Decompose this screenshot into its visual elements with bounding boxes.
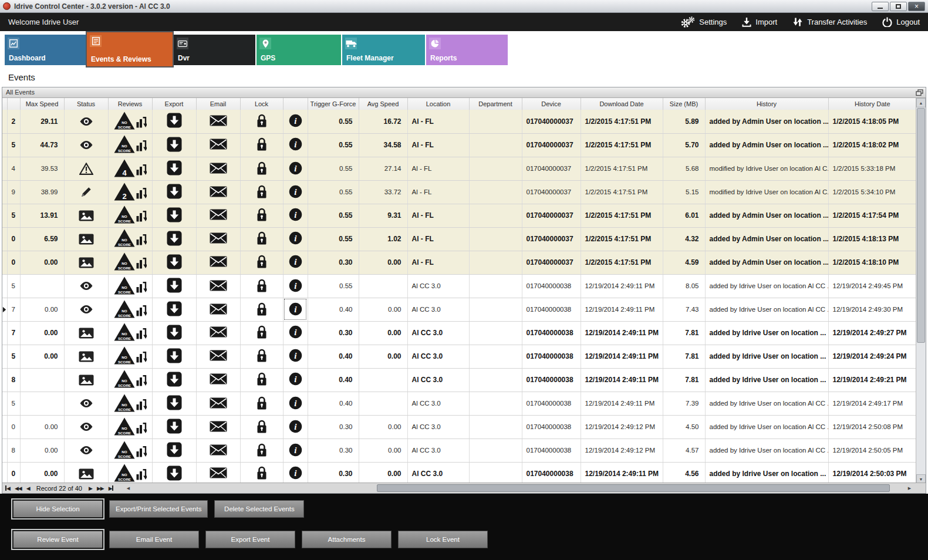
email-icon[interactable] [210, 373, 227, 384]
export-cell[interactable] [152, 274, 196, 298]
review-stats-icon[interactable] [136, 399, 147, 412]
email-cell[interactable] [196, 180, 240, 204]
lock-icon[interactable] [256, 443, 268, 457]
column-header-export[interactable]: Export [152, 98, 196, 110]
email-cell[interactable] [196, 415, 240, 438]
export-print-selected-events-button[interactable]: Export/Print Selected Events [109, 500, 208, 518]
reviews-cell[interactable]: NOSCORE [108, 415, 152, 438]
export-icon[interactable] [167, 113, 182, 128]
reviews-cell[interactable]: NOSCORE [108, 438, 152, 462]
email-icon[interactable] [210, 350, 227, 361]
lock-icon[interactable] [256, 302, 268, 316]
review-score-icon[interactable]: NOSCORE [114, 112, 135, 130]
info-cell[interactable]: i [283, 157, 308, 180]
email-cell[interactable] [196, 110, 240, 133]
reviews-cell[interactable]: NOSCORE [108, 321, 152, 345]
review-score-icon[interactable]: NOSCORE [114, 441, 135, 459]
column-header-device[interactable]: Device [522, 98, 581, 110]
lock-icon[interactable] [256, 325, 268, 339]
settings-button[interactable]: Settings [680, 16, 727, 28]
lock-icon[interactable] [256, 254, 268, 269]
column-header[interactable] [7, 98, 20, 110]
tab-events-reviews[interactable]: Events & Reviews [87, 32, 173, 66]
delete-selected-events-button[interactable]: Delete Selected Events [214, 500, 304, 518]
lock-cell[interactable] [240, 392, 283, 415]
reviews-cell[interactable]: NOSCORE [108, 227, 152, 251]
column-header-lock[interactable]: Lock [240, 98, 283, 110]
reviews-cell[interactable]: NOSCORE [108, 298, 152, 321]
lock-cell[interactable] [240, 298, 283, 321]
tab-reports[interactable]: Reports [426, 35, 508, 65]
review-stats-icon[interactable] [136, 351, 147, 365]
table-row[interactable]: 513.91NOSCOREi0.559.31Al - FL01704000003… [2, 204, 916, 227]
review-score-icon[interactable]: NOSCORE [114, 229, 135, 247]
review-score-icon[interactable]: NOSCORE [114, 417, 135, 436]
hide-selection-button[interactable]: Hide Selection [13, 500, 103, 518]
column-header-size-mb[interactable]: Size (MB) [663, 98, 705, 110]
info-icon[interactable]: i [289, 372, 302, 386]
info-icon[interactable]: i [289, 420, 302, 433]
export-cell[interactable] [152, 298, 196, 321]
table-row[interactable]: 5NOSCOREi0.55Al CC 3.001704000003812/19/… [2, 274, 916, 298]
lock-cell[interactable] [240, 227, 283, 251]
maximize-button[interactable] [890, 2, 907, 11]
table-row[interactable]: 439.534i0.5527.14Al - FL0170400000371/2/… [2, 157, 916, 180]
export-cell[interactable] [152, 345, 196, 368]
export-icon[interactable] [167, 348, 182, 363]
info-icon[interactable]: i [289, 208, 302, 221]
info-icon[interactable]: i [289, 185, 302, 198]
tab-gps[interactable]: GPS [257, 35, 341, 65]
nav-next-page-button[interactable]: ▶▶ [97, 485, 104, 491]
info-cell[interactable]: i [283, 110, 308, 133]
export-cell[interactable] [152, 110, 196, 133]
table-row[interactable]: 70.00NOSCOREi0.400.00Al CC 3.00170400000… [2, 298, 916, 321]
export-cell[interactable] [152, 368, 196, 392]
export-icon[interactable] [167, 325, 182, 340]
table-row[interactable]: 00.00NOSCOREi0.300.00Al - FL017040000037… [2, 251, 916, 274]
column-header-avg-speed[interactable]: Avg Speed [359, 98, 407, 110]
vertical-scrollbar[interactable]: ▲ ▼ [916, 98, 926, 484]
column-header-reviews[interactable]: Reviews [108, 98, 152, 110]
email-cell[interactable] [196, 298, 240, 321]
reviews-cell[interactable]: 2 [108, 180, 152, 204]
email-cell[interactable] [196, 345, 240, 368]
review-stats-icon[interactable] [136, 328, 147, 341]
export-icon[interactable] [167, 395, 182, 410]
table-row[interactable]: 80.00NOSCOREi0.300.00Al CC 3.00170400000… [2, 438, 916, 462]
table-row[interactable]: 06.59NOSCOREi0.551.02Al - FL017040000037… [2, 227, 916, 251]
lock-icon[interactable] [256, 231, 268, 245]
lock-cell[interactable] [240, 438, 283, 462]
info-cell[interactable]: i [283, 274, 308, 298]
review-stats-icon[interactable] [136, 446, 147, 459]
export-icon[interactable] [167, 465, 182, 481]
lock-cell[interactable] [240, 462, 283, 484]
import-button[interactable]: Import [742, 17, 777, 27]
info-icon[interactable]: i [289, 114, 302, 127]
export-cell[interactable] [152, 321, 196, 345]
table-row[interactable]: 8NOSCOREi0.40Al CC 3.001704000003812/19/… [2, 368, 916, 392]
column-header-department[interactable]: Department [469, 98, 522, 110]
nav-prev-button[interactable]: ◀ [26, 485, 30, 491]
table-row[interactable]: 00.00NOSCOREi0.300.00Al CC 3.00170400000… [2, 415, 916, 438]
email-cell[interactable] [196, 462, 240, 484]
reviews-cell[interactable]: NOSCORE [108, 368, 152, 392]
table-row[interactable]: 5NOSCOREi0.40Al CC 3.001704000003812/19/… [2, 392, 916, 415]
info-cell[interactable]: i [283, 133, 308, 157]
review-stats-icon[interactable] [136, 140, 147, 153]
review-score-icon[interactable]: 2 [114, 183, 135, 201]
export-icon[interactable] [167, 442, 182, 457]
tab-dvr[interactable]: Dvr [174, 35, 255, 65]
email-cell[interactable] [196, 392, 240, 415]
minimize-button[interactable] [872, 2, 889, 11]
review-score-icon[interactable]: NOSCORE [114, 252, 135, 271]
panel-restore-icon[interactable] [916, 89, 923, 96]
email-icon[interactable] [210, 232, 227, 244]
lock-cell[interactable] [240, 110, 283, 133]
lock-icon[interactable] [256, 465, 268, 480]
column-header-location[interactable]: Location [407, 98, 469, 110]
horizontal-scroll-thumb[interactable] [377, 484, 890, 492]
column-header-trigger-g-force[interactable]: Trigger G-Force [308, 98, 359, 110]
nav-next-button[interactable]: ▶ [89, 485, 92, 491]
review-score-icon[interactable]: NOSCORE [114, 205, 135, 224]
info-icon[interactable]: i [289, 302, 302, 316]
